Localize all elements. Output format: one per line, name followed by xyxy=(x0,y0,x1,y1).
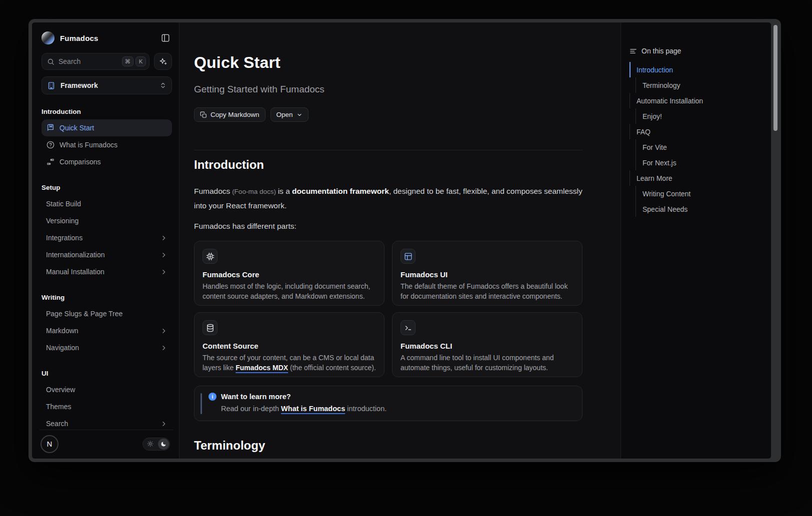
terminal-icon xyxy=(400,320,416,335)
sidebar-item-label: Versioning xyxy=(46,217,78,225)
card-title: Fumadocs Core xyxy=(202,270,376,279)
toc-item-terminology[interactable]: Terminology xyxy=(636,77,771,93)
sun-icon xyxy=(147,441,154,447)
section-divider xyxy=(194,150,582,150)
sidebar-item-what-is-fumadocs[interactable]: What is Fumadocs xyxy=(42,136,172,153)
sidebar-item-label: Navigation xyxy=(46,344,79,352)
search-input[interactable]: Search ⌘ K xyxy=(42,53,150,70)
callout-title: Want to learn more? xyxy=(221,393,291,401)
chevron-right-icon xyxy=(160,252,167,258)
chevron-right-icon xyxy=(160,328,167,334)
nav-heading-introduction: Introduction xyxy=(42,106,172,116)
toc-item-for-nextjs[interactable]: For Next.js xyxy=(636,155,771,170)
sidebar-nav: Introduction Quick Start What is Fumadoc… xyxy=(42,94,172,430)
feature-cards: Fumadocs Core Handles most of the logic,… xyxy=(194,241,582,377)
sidebar-item-overview[interactable]: Overview xyxy=(42,381,172,398)
sidebar-item-label: Themes xyxy=(46,403,72,411)
sidebar-item-versioning[interactable]: Versioning xyxy=(42,212,172,229)
sidebar-item-navigation[interactable]: Navigation xyxy=(42,339,172,356)
open-dropdown-button[interactable]: Open xyxy=(270,107,308,122)
sidebar-item-page-slugs[interactable]: Page Slugs & Page Tree xyxy=(42,305,172,322)
chevron-right-icon xyxy=(160,421,167,427)
sidebar-item-label: Quick Start xyxy=(60,124,94,132)
building-icon xyxy=(47,81,56,90)
chevrons-up-down-icon xyxy=(160,82,166,89)
fumadocs-mdx-link[interactable]: Fumadocs MDX xyxy=(236,364,288,372)
search-icon xyxy=(47,58,54,65)
framework-select-value: Framework xyxy=(60,81,98,89)
fumadocs-logo xyxy=(42,31,54,44)
circle-help-icon xyxy=(46,141,54,149)
page-title: Quick Start xyxy=(194,53,582,72)
kbd-cmd: ⌘ xyxy=(122,56,134,66)
card-title: Content Source xyxy=(202,342,376,350)
sidebar-item-label: What is Fumadocs xyxy=(60,141,118,149)
sidebar-item-label: Comparisons xyxy=(60,158,100,166)
toc-item-writing-content[interactable]: Writing Content xyxy=(636,186,771,201)
sidebar-item-quick-start[interactable]: Quick Start xyxy=(42,119,172,136)
sidebar-collapse-button[interactable] xyxy=(159,31,172,44)
toc-item-for-vite[interactable]: For Vite xyxy=(636,139,771,155)
panel-left-icon xyxy=(161,33,170,42)
open-label: Open xyxy=(276,111,293,118)
cpu-icon xyxy=(202,249,218,264)
card-desc: The default theme of Fumadocs offers a b… xyxy=(400,282,574,301)
sidebar-item-comparisons[interactable]: Comparisons xyxy=(42,153,172,170)
introduction-heading: Introduction xyxy=(194,158,582,172)
copy-markdown-button[interactable]: Copy Markdown xyxy=(194,107,266,122)
intro-parts-line: Fumadocs has different parts: xyxy=(194,222,582,231)
nav-heading-setup: Setup xyxy=(42,182,172,192)
card-fumadocs-cli[interactable]: Fumadocs CLI A command line tool to inst… xyxy=(392,312,582,377)
align-left-icon xyxy=(630,47,637,55)
app-root: Fumadocs Search ⌘ K xyxy=(32,22,771,459)
framework-select[interactable]: Framework xyxy=(42,76,172,94)
toc-item-automatic-installation[interactable]: Automatic Installation xyxy=(630,93,771,108)
sidebar-item-label: Manual Installation xyxy=(46,268,104,276)
nav-heading-writing: Writing xyxy=(42,292,172,302)
sidebar-item-manual-installation[interactable]: Manual Installation xyxy=(42,263,172,280)
theme-toggle[interactable] xyxy=(142,438,170,451)
chevron-right-icon xyxy=(160,235,167,241)
kbd-k: K xyxy=(136,56,146,66)
card-desc: Handles most of the logic, including doc… xyxy=(202,282,376,301)
intro-pronunciation: (Foo-ma docs) xyxy=(230,188,278,195)
card-content-source[interactable]: Content Source The source of your conten… xyxy=(194,312,384,377)
sidebar-item-markdown[interactable]: Markdown xyxy=(42,322,172,339)
toc-item-faq[interactable]: FAQ xyxy=(630,124,771,139)
toc-item-special-needs[interactable]: Special Needs xyxy=(636,201,771,217)
card-title: Fumadocs CLI xyxy=(400,342,574,350)
intro-bold: documentation framework xyxy=(292,187,389,195)
search-placeholder: Search xyxy=(58,57,80,65)
database-icon xyxy=(202,320,218,335)
card-desc: A command line tool to install UI compon… xyxy=(400,353,574,373)
browser-window: Fumadocs Search ⌘ K xyxy=(28,19,781,462)
callout-text: Read our in-depth What is Fumadocs intro… xyxy=(221,405,386,413)
chevron-right-icon xyxy=(160,345,167,351)
avatar[interactable]: N xyxy=(40,435,58,453)
sidebar-item-label: Page Slugs & Page Tree xyxy=(46,310,122,318)
article-panel: Quick Start Getting Started with Fumadoc… xyxy=(179,22,621,459)
sidebar-item-themes[interactable]: Themes xyxy=(42,398,172,415)
card-fumadocs-ui[interactable]: Fumadocs UI The default theme of Fumadoc… xyxy=(392,241,582,306)
sidebar-item-label: Markdown xyxy=(46,327,78,335)
sidebar-item-internationalization[interactable]: Internationalization xyxy=(42,246,172,263)
chevron-right-icon xyxy=(160,269,167,275)
callout-pre: Read our in-depth xyxy=(221,405,281,413)
moon-icon xyxy=(158,439,169,450)
sidebar-item-static-build[interactable]: Static Build xyxy=(42,195,172,212)
copy-icon xyxy=(200,111,207,118)
intro-fumadocs: Fumadocs xyxy=(194,187,230,195)
sidebar-item-integrations[interactable]: Integrations xyxy=(42,229,172,246)
toc-item-learn-more[interactable]: Learn More xyxy=(630,170,771,186)
book-icon xyxy=(46,124,54,132)
toc-item-introduction[interactable]: Introduction xyxy=(630,62,771,77)
sidebar-item-search[interactable]: Search xyxy=(42,415,172,430)
toc-item-enjoy[interactable]: Enjoy! xyxy=(636,108,771,124)
layout-icon xyxy=(400,249,416,264)
ai-assistant-button[interactable] xyxy=(154,53,172,70)
window-scrollbar[interactable] xyxy=(774,25,778,131)
terminology-heading: Terminology xyxy=(194,439,582,453)
card-fumadocs-core[interactable]: Fumadocs Core Handles most of the logic,… xyxy=(194,241,384,306)
what-is-fumadocs-link[interactable]: What is Fumadocs xyxy=(281,405,345,413)
info-callout: i Want to learn more? Read our in-depth … xyxy=(194,386,582,421)
